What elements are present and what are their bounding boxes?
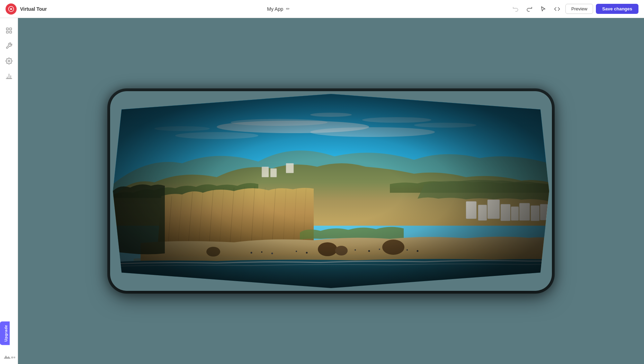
svg-rect-1 <box>6 28 8 30</box>
bottom-logo <box>3 354 15 361</box>
cursor-button[interactable] <box>538 3 549 15</box>
canvas-area[interactable] <box>18 18 644 364</box>
app-logo <box>6 3 17 15</box>
edit-icon[interactable]: ✏ <box>286 6 290 11</box>
app-title: Virtual Tour <box>20 6 47 12</box>
panorama-image <box>113 94 549 288</box>
undo-button[interactable] <box>510 3 521 15</box>
sidebar-item-pages[interactable] <box>2 24 16 37</box>
svg-rect-2 <box>9 28 11 30</box>
logo-area: Virtual Tour <box>6 3 47 15</box>
upgrade-button[interactable]: Upgrade <box>0 321 10 345</box>
panorama-viewer[interactable] <box>113 94 549 288</box>
scene-svg <box>113 94 549 288</box>
svg-point-5 <box>8 60 10 62</box>
preview-button[interactable]: Preview <box>565 4 593 14</box>
svg-rect-3 <box>6 31 8 33</box>
svg-rect-11 <box>14 357 15 358</box>
svg-rect-4 <box>9 31 11 33</box>
sidebar: Upgrade <box>0 18 18 364</box>
sidebar-item-tools[interactable] <box>2 39 16 53</box>
redo-button[interactable] <box>524 3 535 15</box>
header-right: Preview Save changes <box>510 3 638 15</box>
sidebar-item-analytics[interactable] <box>2 69 16 83</box>
svg-point-10 <box>11 356 13 358</box>
header-center: My App ✏ <box>51 6 506 12</box>
main-layout: Upgrade <box>0 18 644 364</box>
header-app-name: My App <box>267 6 283 12</box>
save-changes-button[interactable]: Save changes <box>596 4 638 14</box>
app-header: Virtual Tour My App ✏ <box>0 0 644 18</box>
panorama-frame-outer <box>113 94 549 288</box>
code-button[interactable] <box>552 3 563 15</box>
sidebar-item-settings[interactable] <box>2 54 16 68</box>
svg-rect-60 <box>113 94 549 288</box>
